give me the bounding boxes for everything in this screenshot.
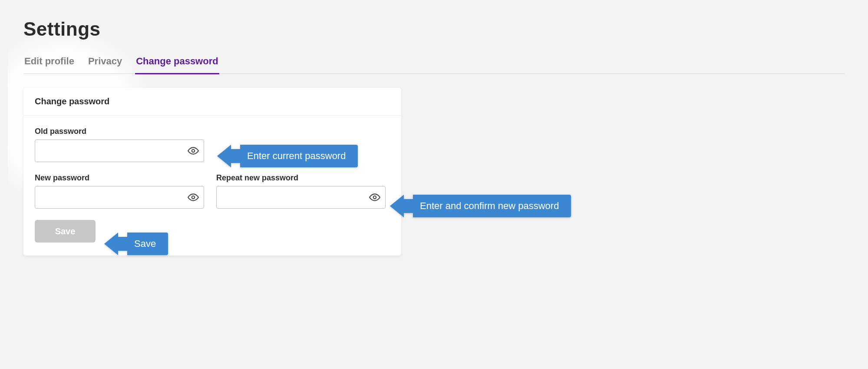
eye-icon[interactable] <box>188 145 199 156</box>
eye-icon[interactable] <box>188 192 199 203</box>
page-title: Settings <box>23 18 845 40</box>
eye-icon[interactable] <box>369 192 380 203</box>
svg-point-1 <box>192 196 195 199</box>
annotation-label: Enter and confirm new password <box>413 195 571 217</box>
settings-tabs: Edit profile Privacy Change password <box>23 56 845 74</box>
annotation-enter-new: Enter and confirm new password <box>390 195 571 217</box>
old-password-row: Old password <box>35 127 390 162</box>
settings-page: Settings Edit profile Privacy Change pas… <box>8 8 860 361</box>
tab-edit-profile[interactable]: Edit profile <box>23 56 75 74</box>
new-password-field: New password <box>35 173 204 209</box>
new-password-input[interactable] <box>35 186 204 209</box>
content-area: Settings Edit profile Privacy Change pas… <box>8 8 860 361</box>
panel-heading: Change password <box>23 88 401 116</box>
repeat-password-field: Repeat new password <box>216 173 386 209</box>
old-password-input[interactable] <box>35 140 204 162</box>
save-button[interactable]: Save <box>35 220 96 243</box>
svg-point-2 <box>373 196 376 199</box>
old-password-input-wrap <box>35 140 204 162</box>
change-password-panel: Change password Old password <box>23 88 401 256</box>
old-password-label: Old password <box>35 127 204 136</box>
panel-body: Old password New password <box>23 116 401 256</box>
repeat-password-input[interactable] <box>216 186 386 209</box>
svg-point-0 <box>192 150 195 153</box>
repeat-password-input-wrap <box>216 186 386 209</box>
new-password-input-wrap <box>35 186 204 209</box>
tab-change-password[interactable]: Change password <box>135 56 219 74</box>
old-password-field: Old password <box>35 127 204 162</box>
new-password-label: New password <box>35 173 204 183</box>
new-password-row: New password Repeat new password <box>35 173 390 209</box>
tab-privacy[interactable]: Privacy <box>87 56 123 74</box>
repeat-password-label: Repeat new password <box>216 173 386 183</box>
